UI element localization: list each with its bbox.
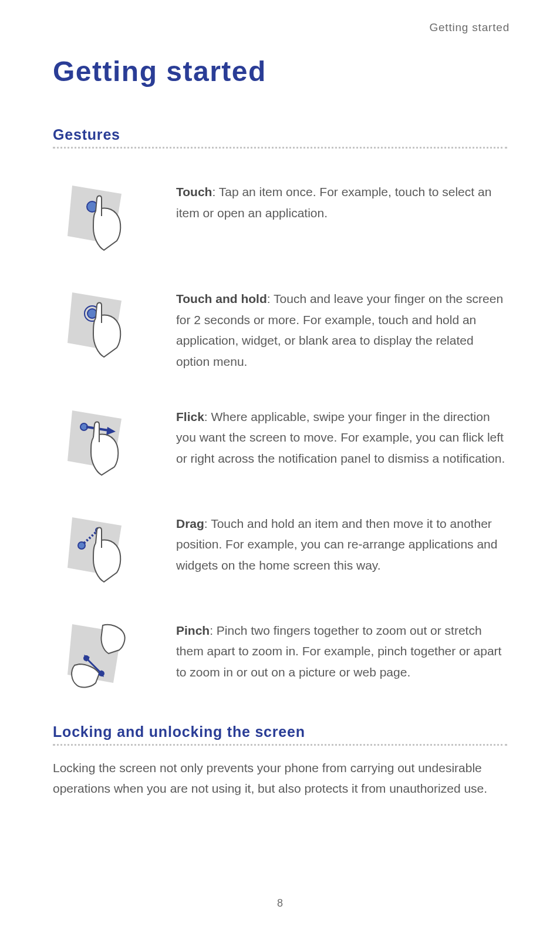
gesture-touch-text: Touch: Tap an item once. For example, to… bbox=[176, 178, 507, 223]
gesture-flick: Flick: Where applicable, swipe your fing… bbox=[53, 403, 507, 479]
divider bbox=[53, 744, 507, 746]
gesture-pinch: Pinch: Pinch two fingers together to zoo… bbox=[53, 617, 507, 693]
gesture-term: Flick bbox=[176, 410, 204, 423]
gesture-touch-hold-text: Touch and hold: Touch and leave your fin… bbox=[176, 285, 507, 372]
gesture-term: Pinch bbox=[176, 624, 210, 637]
gesture-term: Drag bbox=[176, 517, 204, 530]
divider bbox=[53, 147, 507, 149]
gesture-drag-text: Drag: Touch and hold an item and then mo… bbox=[176, 510, 507, 576]
section-heading-locking: Locking and unlocking the screen bbox=[53, 723, 507, 740]
gesture-desc: : Tap an item once. For example, touch t… bbox=[176, 185, 491, 220]
gesture-term: Touch and hold bbox=[176, 292, 267, 305]
touch-hold-gesture-icon bbox=[65, 285, 141, 361]
gesture-drag: Drag: Touch and hold an item and then mo… bbox=[53, 510, 507, 586]
locking-body-text: Locking the screen not only prevents you… bbox=[53, 757, 507, 799]
gesture-desc: : Touch and hold an item and then move i… bbox=[176, 517, 497, 572]
gesture-touch-hold: Touch and hold: Touch and leave your fin… bbox=[53, 285, 507, 372]
gesture-desc: : Where applicable, swipe your finger in… bbox=[176, 410, 505, 465]
breadcrumb: Getting started bbox=[53, 21, 510, 34]
gesture-flick-text: Flick: Where applicable, swipe your fing… bbox=[176, 403, 507, 469]
pinch-gesture-icon bbox=[65, 617, 141, 693]
section-heading-gestures: Gestures bbox=[53, 126, 507, 143]
drag-gesture-icon bbox=[65, 510, 141, 586]
gesture-term: Touch bbox=[176, 185, 212, 198]
page-number: 8 bbox=[0, 897, 560, 910]
touch-gesture-icon bbox=[65, 178, 141, 254]
flick-gesture-icon bbox=[65, 403, 141, 479]
gesture-pinch-text: Pinch: Pinch two fingers together to zoo… bbox=[176, 617, 507, 683]
gesture-touch: Touch: Tap an item once. For example, to… bbox=[53, 178, 507, 254]
gesture-desc: : Pinch two fingers together to zoom out… bbox=[176, 624, 501, 679]
page-title: Getting started bbox=[53, 55, 507, 87]
